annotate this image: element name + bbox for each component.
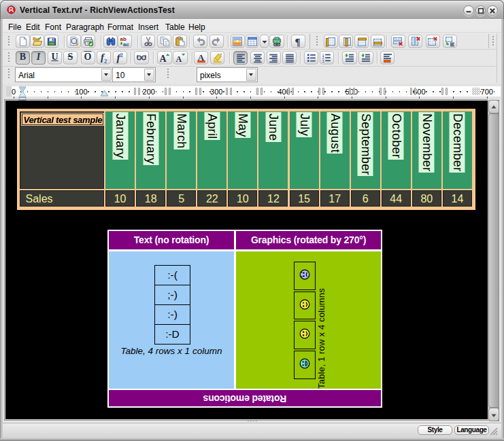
svg-text:A: A [176,54,182,63]
svg-text:ac: ac [123,41,129,47]
svg-text:3: 3 [322,58,324,63]
svg-text:¶: ¶ [295,36,300,47]
svg-text:A: A [159,53,167,63]
